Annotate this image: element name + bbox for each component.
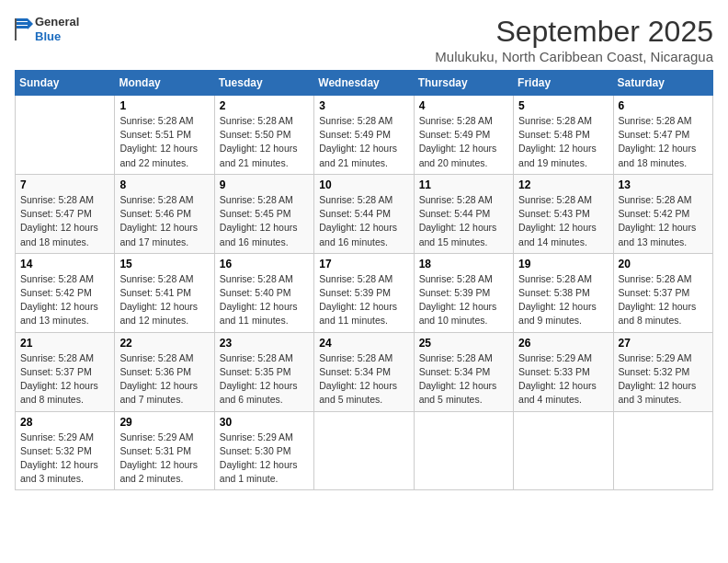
calendar-cell (514, 411, 613, 490)
calendar-cell: 9Sunrise: 5:28 AM Sunset: 5:45 PM Daylig… (214, 174, 313, 253)
day-info: Sunrise: 5:28 AM Sunset: 5:34 PM Dayligh… (419, 351, 508, 408)
week-row-1: 1Sunrise: 5:28 AM Sunset: 5:51 PM Daylig… (16, 96, 713, 175)
day-info: Sunrise: 5:28 AM Sunset: 5:46 PM Dayligh… (119, 193, 209, 249)
logo: General Blue (15, 15, 79, 43)
day-info: Sunrise: 5:28 AM Sunset: 5:35 PM Dayligh… (220, 351, 309, 408)
day-info: Sunrise: 5:28 AM Sunset: 5:39 PM Dayligh… (419, 272, 508, 328)
day-info: Sunrise: 5:28 AM Sunset: 5:49 PM Dayligh… (319, 114, 408, 170)
calendar-cell (414, 411, 513, 490)
day-number: 8 (119, 178, 209, 191)
logo-text-general: General (35, 15, 79, 29)
day-number: 21 (20, 337, 109, 350)
day-number: 12 (518, 178, 608, 191)
day-number: 17 (319, 258, 408, 270)
day-number: 28 (20, 416, 109, 429)
day-number: 15 (119, 258, 209, 270)
calendar-cell: 28Sunrise: 5:29 AM Sunset: 5:32 PM Dayli… (16, 411, 115, 490)
logo-flag-icon (15, 18, 33, 40)
day-info: Sunrise: 5:28 AM Sunset: 5:44 PM Dayligh… (419, 193, 508, 249)
calendar-cell: 8Sunrise: 5:28 AM Sunset: 5:46 PM Daylig… (115, 174, 214, 253)
day-info: Sunrise: 5:28 AM Sunset: 5:50 PM Dayligh… (220, 114, 309, 170)
day-number: 25 (419, 337, 508, 350)
day-info: Sunrise: 5:28 AM Sunset: 5:39 PM Dayligh… (319, 272, 408, 328)
day-number: 4 (419, 99, 508, 112)
calendar-cell: 25Sunrise: 5:28 AM Sunset: 5:34 PM Dayli… (414, 332, 513, 411)
days-header-row: SundayMondayTuesdayWednesdayThursdayFrid… (16, 71, 713, 96)
calendar-cell: 7Sunrise: 5:28 AM Sunset: 5:47 PM Daylig… (16, 174, 115, 253)
day-info: Sunrise: 5:28 AM Sunset: 5:37 PM Dayligh… (20, 351, 109, 408)
day-number: 1 (119, 99, 209, 112)
day-info: Sunrise: 5:28 AM Sunset: 5:34 PM Dayligh… (319, 351, 408, 408)
day-info: Sunrise: 5:29 AM Sunset: 5:32 PM Dayligh… (619, 351, 708, 408)
day-info: Sunrise: 5:28 AM Sunset: 5:43 PM Dayligh… (518, 193, 608, 249)
calendar-cell: 13Sunrise: 5:28 AM Sunset: 5:42 PM Dayli… (613, 174, 712, 253)
day-header-sunday: Sunday (16, 71, 115, 96)
day-header-monday: Monday (115, 71, 214, 96)
day-info: Sunrise: 5:28 AM Sunset: 5:38 PM Dayligh… (518, 272, 608, 328)
day-header-friday: Friday (514, 71, 613, 96)
day-info: Sunrise: 5:28 AM Sunset: 5:49 PM Dayligh… (419, 114, 508, 170)
day-info: Sunrise: 5:28 AM Sunset: 5:51 PM Dayligh… (119, 114, 209, 170)
calendar-cell: 29Sunrise: 5:29 AM Sunset: 5:31 PM Dayli… (115, 411, 214, 490)
day-info: Sunrise: 5:29 AM Sunset: 5:33 PM Dayligh… (518, 351, 608, 408)
svg-rect-2 (15, 26, 28, 29)
day-number: 6 (619, 99, 708, 112)
day-number: 29 (119, 416, 209, 429)
svg-rect-1 (15, 22, 28, 25)
calendar-cell: 17Sunrise: 5:28 AM Sunset: 5:39 PM Dayli… (314, 253, 414, 332)
day-number: 23 (220, 337, 309, 350)
page-header: General Blue September 2025 Mulukuku, No… (15, 15, 713, 64)
calendar-cell: 26Sunrise: 5:29 AM Sunset: 5:33 PM Dayli… (514, 332, 613, 411)
calendar-cell: 16Sunrise: 5:28 AM Sunset: 5:40 PM Dayli… (214, 253, 313, 332)
title-block: September 2025 Mulukuku, North Caribbean… (435, 15, 713, 64)
day-number: 7 (20, 178, 109, 191)
logo-text-blue: Blue (35, 29, 79, 44)
day-info: Sunrise: 5:28 AM Sunset: 5:48 PM Dayligh… (518, 114, 608, 170)
day-number: 20 (619, 258, 708, 270)
month-title: September 2025 (435, 15, 713, 49)
calendar-cell: 6Sunrise: 5:28 AM Sunset: 5:47 PM Daylig… (613, 96, 712, 175)
calendar-cell: 14Sunrise: 5:28 AM Sunset: 5:42 PM Dayli… (16, 253, 115, 332)
calendar-cell: 22Sunrise: 5:28 AM Sunset: 5:36 PM Dayli… (115, 332, 214, 411)
day-number: 9 (220, 178, 309, 191)
calendar-cell: 20Sunrise: 5:28 AM Sunset: 5:37 PM Dayli… (613, 253, 712, 332)
day-header-wednesday: Wednesday (314, 71, 414, 96)
day-number: 26 (518, 337, 608, 350)
day-number: 24 (319, 337, 408, 350)
calendar-cell (314, 411, 414, 490)
calendar-cell: 30Sunrise: 5:29 AM Sunset: 5:30 PM Dayli… (214, 411, 313, 490)
calendar-cell: 27Sunrise: 5:29 AM Sunset: 5:32 PM Dayli… (613, 332, 712, 411)
calendar-table: SundayMondayTuesdayWednesdayThursdayFrid… (15, 70, 713, 490)
calendar-cell: 23Sunrise: 5:28 AM Sunset: 5:35 PM Dayli… (214, 332, 313, 411)
week-row-3: 14Sunrise: 5:28 AM Sunset: 5:42 PM Dayli… (16, 253, 713, 332)
day-info: Sunrise: 5:28 AM Sunset: 5:36 PM Dayligh… (119, 351, 209, 408)
calendar-cell: 11Sunrise: 5:28 AM Sunset: 5:44 PM Dayli… (414, 174, 513, 253)
day-header-saturday: Saturday (613, 71, 712, 96)
day-info: Sunrise: 5:28 AM Sunset: 5:42 PM Dayligh… (619, 193, 708, 249)
day-info: Sunrise: 5:29 AM Sunset: 5:31 PM Dayligh… (119, 431, 209, 487)
day-info: Sunrise: 5:28 AM Sunset: 5:45 PM Dayligh… (220, 193, 309, 249)
week-row-5: 28Sunrise: 5:29 AM Sunset: 5:32 PM Dayli… (16, 411, 713, 490)
day-info: Sunrise: 5:28 AM Sunset: 5:37 PM Dayligh… (619, 272, 708, 328)
day-number: 16 (220, 258, 309, 270)
week-row-4: 21Sunrise: 5:28 AM Sunset: 5:37 PM Dayli… (16, 332, 713, 411)
day-info: Sunrise: 5:29 AM Sunset: 5:30 PM Dayligh… (220, 431, 309, 487)
week-row-2: 7Sunrise: 5:28 AM Sunset: 5:47 PM Daylig… (16, 174, 713, 253)
day-info: Sunrise: 5:28 AM Sunset: 5:47 PM Dayligh… (20, 193, 109, 249)
day-info: Sunrise: 5:28 AM Sunset: 5:47 PM Dayligh… (619, 114, 708, 170)
day-number: 14 (20, 258, 109, 270)
svg-rect-4 (15, 18, 17, 40)
day-info: Sunrise: 5:29 AM Sunset: 5:32 PM Dayligh… (20, 431, 109, 487)
day-number: 13 (619, 178, 708, 191)
calendar-cell: 3Sunrise: 5:28 AM Sunset: 5:49 PM Daylig… (314, 96, 414, 175)
day-number: 18 (419, 258, 508, 270)
day-number: 22 (119, 337, 209, 350)
calendar-cell (613, 411, 712, 490)
day-number: 2 (220, 99, 309, 112)
day-number: 11 (419, 178, 508, 191)
calendar-cell: 12Sunrise: 5:28 AM Sunset: 5:43 PM Dayli… (514, 174, 613, 253)
day-info: Sunrise: 5:28 AM Sunset: 5:41 PM Dayligh… (119, 272, 209, 328)
day-header-thursday: Thursday (414, 71, 513, 96)
calendar-cell: 19Sunrise: 5:28 AM Sunset: 5:38 PM Dayli… (514, 253, 613, 332)
location-title: Mulukuku, North Caribbean Coast, Nicarag… (435, 49, 713, 64)
